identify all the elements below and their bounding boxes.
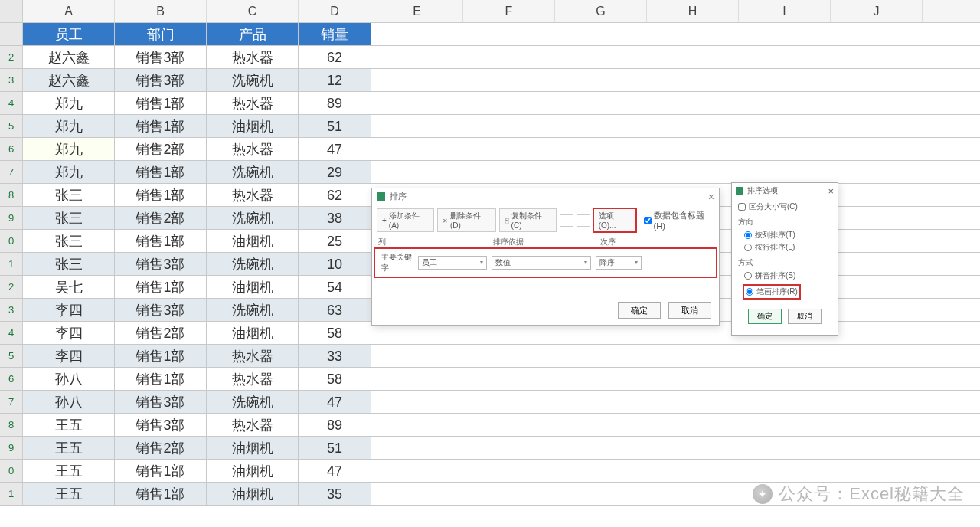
- sort-ok-button[interactable]: 确定: [618, 302, 661, 319]
- cell-quantity[interactable]: 47: [299, 391, 371, 413]
- row-number[interactable]: 9: [0, 437, 23, 459]
- cell-employee[interactable]: 孙八: [23, 368, 115, 390]
- cell-quantity[interactable]: 51: [299, 115, 371, 137]
- cell-product[interactable]: 热水器: [207, 368, 299, 390]
- cell-department[interactable]: 销售2部: [115, 138, 207, 160]
- cell-product[interactable]: 热水器: [207, 184, 299, 206]
- cell-quantity[interactable]: 33: [299, 345, 371, 367]
- cell-product[interactable]: 油烟机: [207, 276, 299, 298]
- delete-condition-button[interactable]: 删除条件(D): [437, 208, 496, 232]
- cell-quantity[interactable]: 10: [299, 253, 371, 275]
- row-number[interactable]: 2: [0, 46, 23, 68]
- cell-employee[interactable]: 张三: [23, 253, 115, 275]
- col-header-A[interactable]: A: [23, 0, 115, 22]
- cell-product[interactable]: 热水器: [207, 46, 299, 68]
- cell-employee[interactable]: 张三: [23, 230, 115, 252]
- options-dialog-titlebar[interactable]: 排序选项 ×: [732, 183, 838, 198]
- cell-product[interactable]: 洗碗机: [207, 299, 299, 321]
- cell-quantity[interactable]: 58: [299, 322, 371, 344]
- sort-on-dropdown[interactable]: 数值▾: [492, 256, 591, 270]
- cell-product[interactable]: 洗碗机: [207, 69, 299, 91]
- col-header-J[interactable]: J: [831, 0, 923, 22]
- row-number[interactable]: 1: [0, 483, 23, 505]
- row-number[interactable]: 1: [0, 253, 23, 275]
- cell-product[interactable]: 油烟机: [207, 322, 299, 344]
- cell-department[interactable]: 销售2部: [115, 207, 207, 229]
- row-number[interactable]: 3: [0, 299, 23, 321]
- cell-product[interactable]: 油烟机: [207, 115, 299, 137]
- cell-product[interactable]: 油烟机: [207, 460, 299, 482]
- cell-employee[interactable]: 王五: [23, 483, 115, 505]
- cell-employee[interactable]: 郑九: [23, 161, 115, 183]
- move-down-button[interactable]: [577, 214, 590, 227]
- sort-top-to-bottom-radio[interactable]: 按列排序(T): [744, 230, 831, 241]
- cell-employee[interactable]: 孙八: [23, 391, 115, 413]
- row-number[interactable]: 9: [0, 207, 23, 229]
- cell-product[interactable]: 洗碗机: [207, 391, 299, 413]
- cell-employee[interactable]: 李四: [23, 322, 115, 344]
- row-number[interactable]: 6: [0, 138, 23, 160]
- col-header-I[interactable]: I: [739, 0, 831, 22]
- row-number[interactable]: 4: [0, 322, 23, 344]
- cell-quantity[interactable]: 62: [299, 46, 371, 68]
- case-sensitive-checkbox[interactable]: 区分大小写(C): [738, 201, 831, 212]
- cell-department[interactable]: 销售3部: [115, 391, 207, 413]
- cell-quantity[interactable]: 89: [299, 414, 371, 436]
- cell-employee[interactable]: 张三: [23, 207, 115, 229]
- cell-product[interactable]: 洗碗机: [207, 161, 299, 183]
- cell-department[interactable]: 销售2部: [115, 322, 207, 344]
- cell-product[interactable]: 热水器: [207, 92, 299, 114]
- col-header-E[interactable]: E: [371, 0, 463, 22]
- close-icon[interactable]: ×: [708, 191, 714, 203]
- cell-department[interactable]: 销售1部: [115, 184, 207, 206]
- col-header-D[interactable]: D: [299, 0, 371, 22]
- cell-employee[interactable]: 赵六鑫: [23, 69, 115, 91]
- cell-employee[interactable]: 赵六鑫: [23, 46, 115, 68]
- cell-quantity[interactable]: 25: [299, 230, 371, 252]
- select-all-corner[interactable]: [0, 0, 23, 22]
- sort-order-dropdown[interactable]: 降序▾: [596, 256, 642, 270]
- row-number[interactable]: 0: [0, 460, 23, 482]
- header-cell[interactable]: 产品: [207, 23, 299, 45]
- cell-product[interactable]: 油烟机: [207, 483, 299, 505]
- sort-dialog-titlebar[interactable]: 排序 ×: [372, 188, 719, 205]
- cell-quantity[interactable]: 63: [299, 299, 371, 321]
- cell-department[interactable]: 销售3部: [115, 299, 207, 321]
- cell-employee[interactable]: 郑九: [23, 115, 115, 137]
- row-number[interactable]: 7: [0, 391, 23, 413]
- options-ok-button[interactable]: 确定: [748, 309, 782, 324]
- cell-quantity[interactable]: 58: [299, 368, 371, 390]
- row-number[interactable]: 3: [0, 69, 23, 91]
- cell-employee[interactable]: 王五: [23, 414, 115, 436]
- header-cell[interactable]: 销量: [299, 23, 371, 45]
- options-button[interactable]: 选项(O)...: [593, 208, 636, 232]
- cell-quantity[interactable]: 38: [299, 207, 371, 229]
- row-number[interactable]: 4: [0, 92, 23, 114]
- cell-employee[interactable]: 郑九: [23, 92, 115, 114]
- cell-department[interactable]: 销售1部: [115, 368, 207, 390]
- copy-condition-button[interactable]: 复制条件(C): [499, 208, 557, 232]
- cell-quantity[interactable]: 62: [299, 184, 371, 206]
- header-checkbox-input[interactable]: [644, 217, 652, 224]
- cell-quantity[interactable]: 51: [299, 437, 371, 459]
- cell-employee[interactable]: 张三: [23, 184, 115, 206]
- cell-employee[interactable]: 王五: [23, 437, 115, 459]
- row-number[interactable]: 7: [0, 161, 23, 183]
- cell-employee[interactable]: 李四: [23, 299, 115, 321]
- cell-product[interactable]: 热水器: [207, 414, 299, 436]
- cell-quantity[interactable]: 35: [299, 483, 371, 505]
- col-header-H[interactable]: H: [647, 0, 739, 22]
- pinyin-sort-radio[interactable]: 拼音排序(S): [744, 270, 831, 281]
- cell-department[interactable]: 销售1部: [115, 230, 207, 252]
- col-header-F[interactable]: F: [463, 0, 555, 22]
- sort-column-dropdown[interactable]: 员工▾: [418, 256, 487, 270]
- cell-department[interactable]: 销售1部: [115, 161, 207, 183]
- cell-product[interactable]: 油烟机: [207, 437, 299, 459]
- cell-department[interactable]: 销售1部: [115, 483, 207, 505]
- sort-cancel-button[interactable]: 取消: [668, 302, 711, 319]
- close-icon[interactable]: ×: [828, 185, 834, 197]
- row-number[interactable]: 8: [0, 184, 23, 206]
- cell-quantity[interactable]: 29: [299, 161, 371, 183]
- col-header-G[interactable]: G: [555, 0, 647, 22]
- header-cell[interactable]: 员工: [23, 23, 115, 45]
